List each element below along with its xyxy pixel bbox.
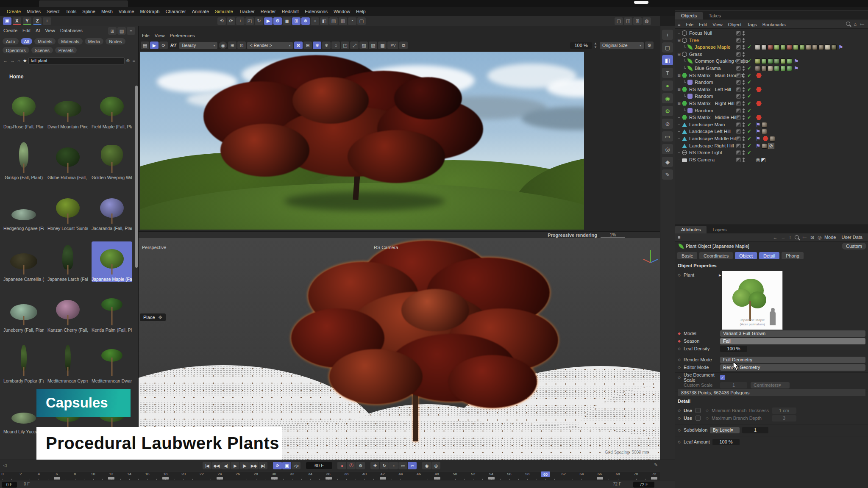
object-name[interactable]: Blue Grama — [695, 66, 721, 71]
menu-volume[interactable]: Volume — [119, 9, 134, 14]
playhead[interactable]: 60 — [541, 471, 550, 477]
refresh-render-icon[interactable]: ⟳ — [159, 42, 168, 49]
perspective-viewport[interactable]: Perspective RS Camera Place ✥ Grid Spaci… — [139, 238, 660, 460]
enabled-check-icon[interactable]: ✓ — [747, 108, 754, 114]
object-row[interactable]: –Landscape Main✓⚑ — [675, 121, 868, 128]
render-zoom-field[interactable]: 100 % — [570, 42, 592, 49]
coord-system-icon[interactable]: + — [43, 17, 51, 25]
attr-menu-mode[interactable]: Mode — [824, 235, 836, 240]
copy-image-icon[interactable]: ⧉ — [399, 42, 408, 49]
visibility-editor-icon[interactable] — [736, 45, 741, 50]
workplane-mode-icon[interactable]: ▭ — [662, 131, 673, 141]
menu-character[interactable]: Character — [165, 9, 186, 14]
subdivision-field[interactable]: 1 — [742, 427, 768, 433]
menu-select[interactable]: Select — [47, 9, 60, 14]
menu-help[interactable]: Help — [356, 9, 366, 14]
menu-mesh[interactable]: Mesh — [101, 9, 113, 14]
filter-scenes[interactable]: Scenes — [31, 47, 53, 53]
model-select[interactable]: Variant 3 Full-Grown — [720, 330, 865, 337]
visibility-dots-icon[interactable] — [743, 31, 745, 36]
filter-media[interactable]: Media — [85, 38, 104, 44]
visibility-dots-icon[interactable] — [743, 94, 745, 99]
object-name[interactable]: Landscape Middle Hill — [689, 136, 737, 141]
material-tag[interactable] — [768, 58, 773, 64]
annotation-flag-tag[interactable]: ⚑ — [756, 143, 761, 149]
model-mode-icon[interactable]: ▢ — [662, 42, 673, 53]
material-tag[interactable] — [761, 66, 767, 71]
camera-name-label[interactable]: RS Camera — [374, 245, 398, 250]
visibility-editor-icon[interactable] — [736, 144, 741, 148]
object-row[interactable]: └Blue Grama✓⚑ — [675, 65, 868, 72]
enabled-check-icon[interactable]: ✓ — [747, 72, 754, 78]
material-tag[interactable] — [806, 44, 811, 50]
om-menu-edit[interactable]: Edit — [699, 22, 707, 27]
attr-tab-phong[interactable]: Phong — [782, 252, 804, 259]
menu-window[interactable]: Window — [334, 9, 350, 14]
doc-range-toggle[interactable]: ▣ — [282, 462, 291, 469]
filter-models[interactable]: Models — [34, 38, 56, 44]
visibility-dots-icon[interactable] — [743, 59, 745, 64]
fit-view-icon[interactable]: ◳ — [341, 42, 349, 49]
asset-item[interactable]: Juneberry (Fall, Plant) — [3, 292, 44, 333]
move-tool-icon[interactable]: + — [236, 17, 245, 25]
material-tag[interactable] — [768, 66, 773, 71]
undo-icon[interactable]: ⟲ — [217, 17, 226, 25]
texture-mode-icon[interactable]: ◧ — [662, 55, 673, 65]
object-row[interactable]: ⊟RS Matrix - Right Hill✓ — [675, 100, 868, 107]
annotation-flag-tag[interactable]: ⚑ — [756, 136, 761, 142]
menu-simulate[interactable]: Simulate — [215, 9, 233, 14]
expander-icon[interactable]: ⊟ — [677, 38, 681, 42]
leaf-amount-field[interactable]: 100 % — [712, 439, 740, 445]
object-name[interactable]: Landscape Right Hill — [689, 143, 734, 148]
menu-create[interactable]: Create — [7, 9, 21, 14]
home-icon[interactable]: ⌂ — [17, 58, 20, 63]
material-tag[interactable] — [787, 44, 792, 50]
visibility-editor-icon[interactable] — [736, 122, 741, 127]
visibility-dots-icon[interactable] — [743, 158, 745, 162]
visibility-editor-icon[interactable] — [736, 94, 741, 99]
history-back-icon[interactable]: ← — [773, 235, 778, 240]
y-axis-button[interactable]: Y — [23, 17, 31, 25]
use-doc-scale-keyframe-icon[interactable]: ◇ — [678, 375, 684, 380]
protection-tag[interactable]: ⊘ — [768, 143, 774, 149]
use-min-checkbox[interactable] — [696, 408, 701, 413]
visibility-dots-icon[interactable] — [743, 87, 745, 92]
annotation-flag-tag[interactable]: ⚑ — [838, 44, 843, 50]
grid-compare-icon[interactable]: ⊞ — [303, 42, 312, 49]
leaf-amount-keyframe-icon[interactable]: ◇ — [678, 440, 684, 444]
back-icon[interactable]: ← — [3, 58, 8, 63]
annotation-flag-tag[interactable]: ⚑ — [794, 65, 799, 72]
material-tag[interactable] — [774, 58, 779, 64]
rv-menu-file[interactable]: File — [142, 33, 150, 38]
workplane-icon[interactable]: ▢ — [357, 17, 366, 25]
enabled-check-icon[interactable]: ✓ — [747, 65, 754, 71]
tab-objects[interactable]: Objects — [675, 12, 703, 19]
asset-menu-edit[interactable]: Edit — [22, 28, 31, 33]
timeline-collapse-icon[interactable]: ◁ — [3, 463, 6, 468]
layout-render-icon[interactable]: ▢ — [615, 17, 623, 25]
asset-item[interactable]: Kentia Palm (Fall, Plant) — [92, 292, 132, 333]
selected-tree-object[interactable] — [266, 238, 562, 450]
visibility-editor-icon[interactable] — [736, 129, 741, 134]
object-name[interactable]: Grass — [689, 52, 702, 57]
rt-label[interactable]: RT — [170, 43, 176, 48]
visibility-editor-icon[interactable] — [736, 73, 741, 78]
z-axis-button[interactable]: Z — [33, 17, 42, 25]
object-name[interactable]: Tree — [689, 38, 699, 43]
annotation-flag-tag[interactable]: ⚑ — [794, 58, 799, 64]
keyframe-settings-button[interactable]: ⚙ — [356, 462, 365, 469]
asset-item[interactable]: Japanese Larch (Fall, Pl... — [47, 241, 88, 282]
prev-key-button[interactable]: ◆◀ — [212, 462, 221, 469]
redshift-tag[interactable] — [756, 101, 762, 106]
attr-menu-user-data[interactable]: User Data — [841, 235, 862, 240]
layout-split-icon[interactable]: ◫ — [624, 17, 632, 25]
om-menu-bookmarks[interactable]: Bookmarks — [762, 22, 786, 27]
visibility-editor-icon[interactable] — [736, 150, 741, 155]
plant-expand-arrow[interactable]: ▸ — [719, 272, 721, 278]
filter-all[interactable]: All — [21, 38, 33, 44]
key-rotation-toggle[interactable]: ↻ — [380, 462, 389, 469]
object-name[interactable]: Japanese Maple — [695, 44, 730, 50]
snapshot-icon[interactable]: ❄ — [313, 42, 321, 49]
picture-viewer-icon[interactable]: PV — [387, 42, 398, 49]
visibility-editor-icon[interactable] — [736, 59, 741, 64]
